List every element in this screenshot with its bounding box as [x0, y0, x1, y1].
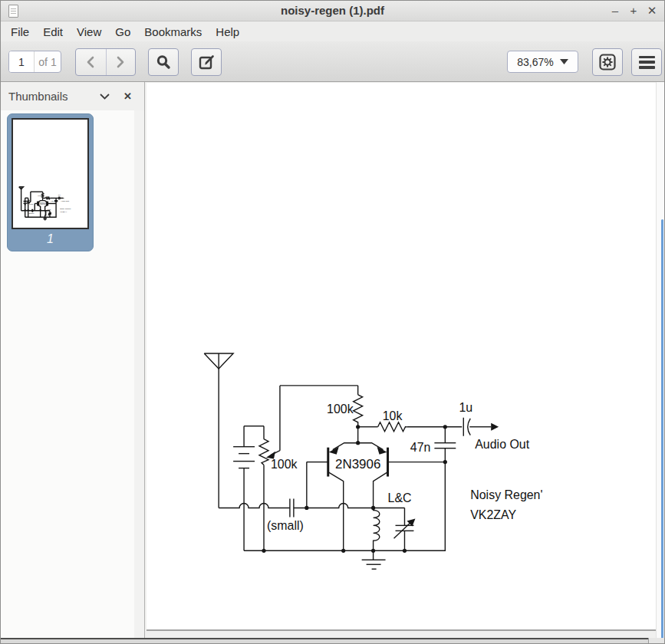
- pdf-page: [146, 83, 657, 631]
- sidebar-close-icon[interactable]: ✕: [123, 90, 132, 102]
- page-thumbnail-preview: [12, 118, 89, 229]
- menu-bar: File Edit View Go Bookmarks Help: [1, 21, 664, 41]
- thumbnails-sidebar: Thumbnails ✕ 1: [1, 82, 145, 638]
- menu-file[interactable]: File: [4, 23, 36, 41]
- main-menu-button[interactable]: [631, 48, 662, 76]
- window-bottom-edge: [1, 638, 664, 643]
- page-number-box: of 1: [8, 51, 61, 73]
- zoom-level-dropdown[interactable]: 83,67%: [507, 51, 578, 73]
- hamburger-menu-icon: [639, 56, 655, 69]
- pdf-page-content: [146, 83, 657, 629]
- maximize-button[interactable]: +: [627, 3, 640, 18]
- scrollbar-thumb[interactable]: [661, 219, 663, 639]
- page-nav-group: [75, 48, 136, 76]
- window-title: noisy-regen (1).pdf: [1, 4, 664, 17]
- search-icon: [156, 54, 171, 70]
- search-button[interactable]: [148, 48, 179, 76]
- annotate-button[interactable]: [191, 48, 222, 76]
- thumbnail-schematic: [13, 120, 87, 228]
- vertical-scrollbar[interactable]: [656, 82, 664, 638]
- document-area: [146, 82, 664, 638]
- page-thumbnail[interactable]: 1: [7, 113, 94, 251]
- resize-grip[interactable]: [648, 638, 664, 643]
- gear-icon: [599, 54, 616, 71]
- close-button[interactable]: ✕: [646, 3, 658, 18]
- sidebar-title: Thumbnails: [8, 90, 100, 103]
- sidebar-scroll-gutter: [134, 110, 144, 638]
- menu-view[interactable]: View: [70, 23, 108, 41]
- sidebar-view-chevron-down-icon[interactable]: [100, 94, 110, 100]
- page-total-label: of 1: [34, 51, 61, 72]
- next-page-icon: [118, 58, 123, 67]
- toolbar: of 1 83,67%: [1, 41, 664, 82]
- annotate-icon: [199, 54, 215, 71]
- menu-bookmarks[interactable]: Bookmarks: [137, 23, 209, 41]
- page-number-input[interactable]: [9, 51, 34, 72]
- menu-help[interactable]: Help: [209, 23, 246, 41]
- menu-edit[interactable]: Edit: [36, 23, 70, 41]
- zoom-level-value: 83,67%: [517, 56, 553, 68]
- next-page-button[interactable]: [106, 49, 136, 75]
- chevron-down-icon: [560, 59, 568, 64]
- settings-button[interactable]: [592, 48, 623, 76]
- sidebar-header: Thumbnails ✕: [1, 82, 144, 110]
- minimize-button[interactable]: –: [609, 3, 621, 18]
- title-bar: noisy-regen (1).pdf – + ✕: [1, 1, 664, 21]
- previous-page-button[interactable]: [76, 49, 106, 75]
- thumbnail-page-number: 1: [8, 232, 93, 246]
- menu-go[interactable]: Go: [108, 23, 137, 41]
- prev-page-icon: [88, 58, 93, 67]
- pdf-viewer-window: noisy-regen (1).pdf – + ✕ File Edit View…: [0, 0, 665, 644]
